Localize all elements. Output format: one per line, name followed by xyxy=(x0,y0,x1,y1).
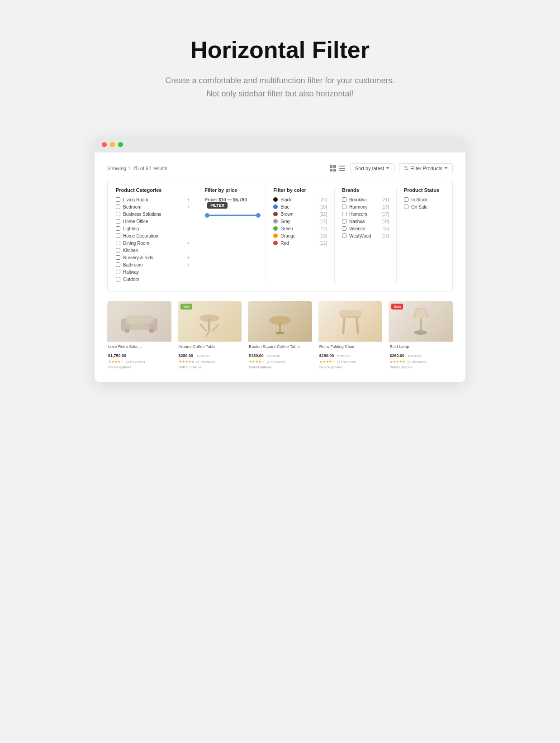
list-item: Bathroom + xyxy=(116,262,190,267)
list-item: Dining Room + xyxy=(116,241,190,246)
list-item: On Sale xyxy=(404,205,444,210)
product-card[interactable]: Baxton Square Coffee Table $180.00 $210.… xyxy=(248,301,312,370)
product-price: $260.00 xyxy=(389,353,404,358)
browser-dot-yellow xyxy=(110,142,115,147)
results-count: Showing 1–25 of 62 results xyxy=(107,166,167,171)
sort-dropdown[interactable]: Sort by latest xyxy=(350,163,394,173)
status-title: Product Status xyxy=(404,187,444,193)
product-old-price: $320.00 xyxy=(197,354,210,358)
westwood-checkbox[interactable] xyxy=(342,233,346,238)
svg-point-24 xyxy=(275,332,285,334)
in-stock-checkbox[interactable] xyxy=(404,197,408,202)
browser-content: Showing 1–25 of 62 results Sort by lates… xyxy=(95,152,465,382)
svg-rect-4 xyxy=(339,166,345,167)
nursery-kids-checkbox[interactable] xyxy=(116,255,120,260)
price-range-text: Price: $10 — $5,760 FILTER xyxy=(204,197,258,209)
price-filter: Filter by price Price: $10 — $5,760 FILT… xyxy=(204,187,266,284)
svg-rect-14 xyxy=(125,329,129,333)
expand-icon[interactable]: + xyxy=(187,197,190,202)
product-meta: Select options xyxy=(179,365,241,369)
range-thumb-left[interactable] xyxy=(205,213,209,218)
lighting-checkbox[interactable] xyxy=(116,226,120,231)
browser-mockup: Showing 1–25 of 62 results Sort by lates… xyxy=(95,137,465,382)
product-card[interactable]: Sale Bold Lamp $260.00 $310.00 ★★ xyxy=(389,301,453,370)
range-track xyxy=(204,214,258,216)
blue-color-dot xyxy=(273,205,278,209)
list-item: Green [12] xyxy=(273,226,327,231)
browser-dot-green xyxy=(118,142,123,147)
list-item: Living Room + xyxy=(116,197,190,202)
bathroom-checkbox[interactable] xyxy=(116,262,120,267)
list-item: In Stock xyxy=(404,197,444,202)
price-range-slider[interactable] xyxy=(204,212,258,219)
home-decoration-checkbox[interactable] xyxy=(116,233,120,238)
filter-panel: Product Categories Living Room + Bedroom… xyxy=(107,180,453,292)
svg-rect-3 xyxy=(333,169,336,171)
living-room-checkbox[interactable] xyxy=(116,197,120,202)
product-card[interactable]: Retro Folding Chair $290.00 $350.00 ★★★★… xyxy=(318,301,383,370)
svg-rect-26 xyxy=(342,318,345,334)
list-view-icon[interactable] xyxy=(338,165,346,172)
svg-point-10 xyxy=(407,168,408,170)
list-item: Nashua [10] xyxy=(342,219,389,224)
list-item: Homcom [17] xyxy=(342,212,389,217)
product-old-price: $210.00 xyxy=(267,354,280,358)
expand-icon[interactable]: + xyxy=(187,241,190,246)
list-item: Hallway xyxy=(116,270,190,275)
product-card[interactable]: Love Retro Sofa ... $1,750.00 ★★★★☆ (3 R… xyxy=(107,301,171,370)
grid-view-icon[interactable] xyxy=(329,165,337,172)
filter-products-button[interactable]: Filter Products xyxy=(399,163,453,173)
svg-rect-23 xyxy=(279,323,281,333)
list-item: Red [12] xyxy=(273,241,327,246)
top-bar-right: Sort by latest Filter Products xyxy=(329,163,453,173)
kitchen-checkbox[interactable] xyxy=(116,248,120,252)
list-item: Harmony [13] xyxy=(342,205,389,210)
red-color-dot xyxy=(273,241,278,245)
product-name: Around Coffee Table xyxy=(179,344,241,350)
svg-rect-6 xyxy=(339,170,345,171)
business-solutions-checkbox[interactable] xyxy=(116,212,120,216)
home-office-checkbox[interactable] xyxy=(116,219,120,224)
product-price: $290.00 xyxy=(319,353,334,358)
browser-dot-red xyxy=(102,142,107,147)
on-sale-checkbox[interactable] xyxy=(404,205,408,209)
hallway-checkbox[interactable] xyxy=(116,270,120,274)
list-item: Brown [22] xyxy=(273,212,327,217)
product-meta: Select options xyxy=(389,365,452,369)
dining-room-checkbox[interactable] xyxy=(116,241,120,245)
svg-line-19 xyxy=(200,324,206,331)
expand-icon[interactable]: + xyxy=(187,255,190,260)
gray-color-dot xyxy=(273,219,278,224)
product-badge: New xyxy=(180,304,192,310)
homcom-checkbox[interactable] xyxy=(342,212,346,216)
expand-icon[interactable]: + xyxy=(187,262,190,267)
product-price: $180.00 xyxy=(249,353,264,358)
range-thumb-right[interactable] xyxy=(256,213,261,218)
brands-title: Brands xyxy=(342,187,389,193)
list-item: Black [24] xyxy=(273,197,327,202)
product-rating: ★★★★★ (5 Reviews) xyxy=(179,360,241,364)
product-old-price: $310.00 xyxy=(408,354,421,358)
color-filter-title: Filter by color xyxy=(273,187,327,193)
list-item: Business Solutions xyxy=(116,212,190,217)
filter-button[interactable]: FILTER xyxy=(207,202,228,209)
bedroom-checkbox[interactable] xyxy=(116,205,120,209)
svg-rect-0 xyxy=(330,165,332,168)
product-card[interactable]: New Around Coffee Table $280.00 $320.00 xyxy=(178,301,242,370)
list-item: Home Decoration xyxy=(116,233,190,238)
svg-rect-5 xyxy=(339,168,345,169)
harmony-checkbox[interactable] xyxy=(342,205,346,209)
svg-rect-28 xyxy=(339,310,362,316)
page-title: Horizontal Filter xyxy=(190,36,370,63)
svg-point-8 xyxy=(405,166,406,167)
black-color-dot xyxy=(273,197,278,202)
svg-line-20 xyxy=(213,324,218,331)
brooklyn-checkbox[interactable] xyxy=(342,197,346,202)
outdoor-checkbox[interactable] xyxy=(116,277,120,281)
nashua-checkbox[interactable] xyxy=(342,219,346,224)
vivense-checkbox[interactable] xyxy=(342,226,346,231)
svg-rect-30 xyxy=(420,318,422,331)
svg-rect-27 xyxy=(356,318,359,334)
product-info: Retro Folding Chair $290.00 $350.00 ★★★★… xyxy=(318,342,383,370)
expand-icon[interactable]: + xyxy=(187,205,190,210)
